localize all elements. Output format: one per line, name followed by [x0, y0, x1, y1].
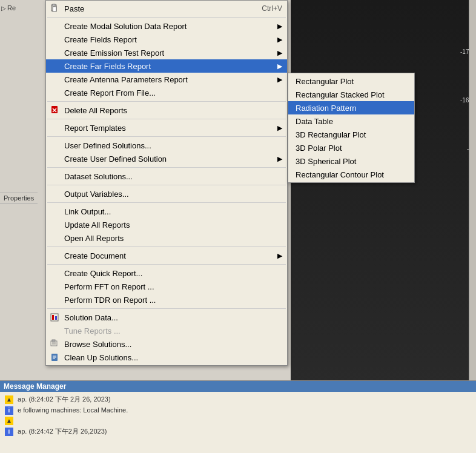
- menu-item-solution-data[interactable]: Solution Data...: [46, 311, 287, 324]
- tree-root: ▷ Re: [1, 4, 44, 12]
- submenu-item-data-table[interactable]: Data Table: [288, 114, 414, 128]
- menu-item-paste[interactable]: Paste Ctrl+V: [46, 2, 287, 15]
- submenu-item-3d-polar[interactable]: 3D Polar Plot: [288, 141, 414, 154]
- 3d-spherical-label: 3D Spherical Plot: [296, 157, 356, 166]
- menu-item-dataset-solutions[interactable]: Dataset Solutions...: [46, 170, 287, 183]
- log-text-2: e following machines: Local Machine.: [18, 406, 128, 414]
- perform-fft-label: Perform FFT on Report ...: [64, 282, 154, 291]
- chart-area: -170 -160 -1: [291, 0, 476, 388]
- report-templates-arrow: ▶: [265, 124, 282, 132]
- separator-7: [47, 202, 286, 203]
- tune-reports-label: Tune Reports ...: [64, 326, 121, 336]
- menu-item-create-quick[interactable]: Create Quick Report...: [46, 266, 287, 280]
- menu-item-browse-solutions[interactable]: Browse Solutions...: [46, 337, 287, 351]
- svg-rect-1: [53, 4, 55, 6]
- create-modal-label: Create Modal Solution Data Report: [64, 22, 187, 31]
- solution-data-label: Solution Data...: [64, 313, 118, 322]
- menu-item-cleanup-solutions[interactable]: Clean Up Solutions...: [46, 351, 287, 364]
- svg-rect-6: [51, 314, 58, 321]
- svg-rect-10: [52, 340, 55, 342]
- warning-icon-2: ▲: [5, 417, 13, 425]
- browse-solutions-label: Browse Solutions...: [64, 340, 131, 349]
- rectangular-stacked-label: Rectangular Stacked Plot: [296, 90, 385, 99]
- svg-rect-2: [53, 7, 56, 12]
- 3d-polar-label: 3D Polar Plot: [296, 144, 342, 153]
- create-modal-arrow: ▶: [265, 22, 282, 30]
- menu-item-link-output[interactable]: Link Output...: [46, 205, 287, 218]
- create-user-defined-label: Create User Defined Solution: [64, 154, 167, 164]
- create-emission-label: Create Emission Test Report: [64, 48, 164, 58]
- menu-item-perform-fft[interactable]: Perform FFT on Report ...: [46, 280, 287, 293]
- create-farfields-arrow: ▶: [265, 62, 282, 70]
- separator-9: [47, 264, 286, 265]
- tree-panel: ▷ Re: [0, 0, 45, 382]
- paste-shortcut: Ctrl+V: [250, 4, 282, 13]
- dataset-solutions-label: Dataset Solutions...: [64, 172, 133, 181]
- menu-item-create-user-defined[interactable]: Create User Defined Solution ▶: [46, 152, 287, 165]
- svg-rect-8: [55, 316, 57, 320]
- context-menu: Paste Ctrl+V Create Modal Solution Data …: [45, 0, 288, 366]
- create-document-label: Create Document: [64, 251, 126, 260]
- bottom-panel: Message Manager ▲ ap. (8:24:02 下午 2月 26,…: [0, 380, 476, 453]
- report-templates-label: Report Templates: [64, 124, 126, 133]
- submenu-item-rectangular-plot[interactable]: Rectangular Plot: [288, 74, 414, 88]
- submenu-item-radiation-pattern[interactable]: Radiation Pattern: [288, 101, 414, 114]
- submenu-item-rectangular-contour[interactable]: Rectangular Contour Plot: [288, 168, 414, 181]
- menu-item-create-document[interactable]: Create Document ▶: [46, 249, 287, 262]
- paste-label: Paste: [64, 4, 84, 13]
- svg-rect-7: [52, 315, 54, 320]
- delete-reports-label: Delete All Reports: [64, 106, 127, 115]
- menu-item-user-defined-solutions[interactable]: User Defined Solutions...: [46, 139, 287, 152]
- menu-item-delete-reports[interactable]: Delete All Reports: [46, 104, 287, 117]
- submenu-item-3d-spherical[interactable]: 3D Spherical Plot: [288, 154, 414, 168]
- log-text-1: ap. (8:24:02 下午 2月 26, 2023): [18, 395, 110, 403]
- separator-1: [47, 17, 286, 18]
- browse-solutions-icon: [48, 339, 61, 349]
- user-defined-solutions-label: User Defined Solutions...: [64, 141, 151, 150]
- cleanup-icon: [48, 352, 61, 362]
- solution-data-icon: [48, 312, 61, 322]
- separator-4: [47, 136, 286, 137]
- separator-6: [47, 185, 286, 185]
- menu-item-update-all[interactable]: Update All Reports: [46, 218, 287, 231]
- menu-item-create-emission[interactable]: Create Emission Test Report ▶: [46, 46, 287, 59]
- cleanup-solutions-label: Clean Up Solutions...: [64, 353, 138, 362]
- info-icon-2: i: [5, 428, 13, 436]
- message-manager-label: Message Manager: [4, 382, 66, 391]
- separator-2: [47, 101, 286, 102]
- properties-label: Properties: [0, 193, 38, 203]
- submenu-farfields: Rectangular Plot Rectangular Stacked Plo…: [288, 73, 415, 183]
- menu-item-open-all[interactable]: Open All Reports: [46, 231, 287, 245]
- output-variables-label: Output Variables...: [64, 190, 129, 199]
- separator-5: [47, 167, 286, 168]
- info-icon-1: i: [5, 406, 13, 415]
- menu-item-output-variables[interactable]: Output Variables...: [46, 187, 287, 200]
- submenu-item-3d-rectangular[interactable]: 3D Rectangular Plot: [288, 128, 414, 141]
- create-fields-arrow: ▶: [265, 36, 282, 44]
- rectangular-contour-label: Rectangular Contour Plot: [296, 170, 384, 179]
- menu-item-create-fields[interactable]: Create Fields Report ▶: [46, 33, 287, 46]
- create-user-defined-arrow: ▶: [265, 155, 282, 163]
- menu-item-perform-tdr[interactable]: Perform TDR on Report ...: [46, 293, 287, 306]
- create-document-arrow: ▶: [265, 252, 282, 260]
- create-farfields-label: Create Far Fields Report: [64, 62, 151, 71]
- data-table-label: Data Table: [296, 117, 333, 126]
- log-area: ▲ ap. (8:24:02 下午 2月 26, 2023) i e follo…: [0, 392, 476, 439]
- paste-icon: [48, 4, 61, 13]
- create-antenna-arrow: ▶: [265, 76, 282, 84]
- open-all-label: Open All Reports: [64, 234, 124, 243]
- perform-tdr-label: Perform TDR on Report ...: [64, 296, 156, 305]
- menu-item-create-farfields[interactable]: Create Far Fields Report ▶: [46, 59, 287, 73]
- log-row-4: i ap. (8:24:42 下午2月 26,2023): [5, 426, 471, 437]
- chart-scrollbar[interactable]: [469, 0, 476, 388]
- log-row-2: i e following machines: Local Machine.: [5, 405, 471, 416]
- menu-item-create-from-file[interactable]: Create Report From File...: [46, 86, 287, 99]
- menu-item-create-antenna[interactable]: Create Antenna Parameters Report ▶: [46, 73, 287, 86]
- log-text-4: ap. (8:24:42 下午2月 26,2023): [18, 428, 107, 435]
- menu-item-create-modal[interactable]: Create Modal Solution Data Report ▶: [46, 19, 287, 33]
- create-antenna-label: Create Antenna Parameters Report: [64, 75, 188, 84]
- menu-item-report-templates[interactable]: Report Templates ▶: [46, 121, 287, 134]
- create-emission-arrow: ▶: [265, 49, 282, 57]
- submenu-item-rectangular-stacked[interactable]: Rectangular Stacked Plot: [288, 88, 414, 101]
- log-row-1: ▲ ap. (8:24:02 下午 2月 26, 2023): [5, 394, 471, 405]
